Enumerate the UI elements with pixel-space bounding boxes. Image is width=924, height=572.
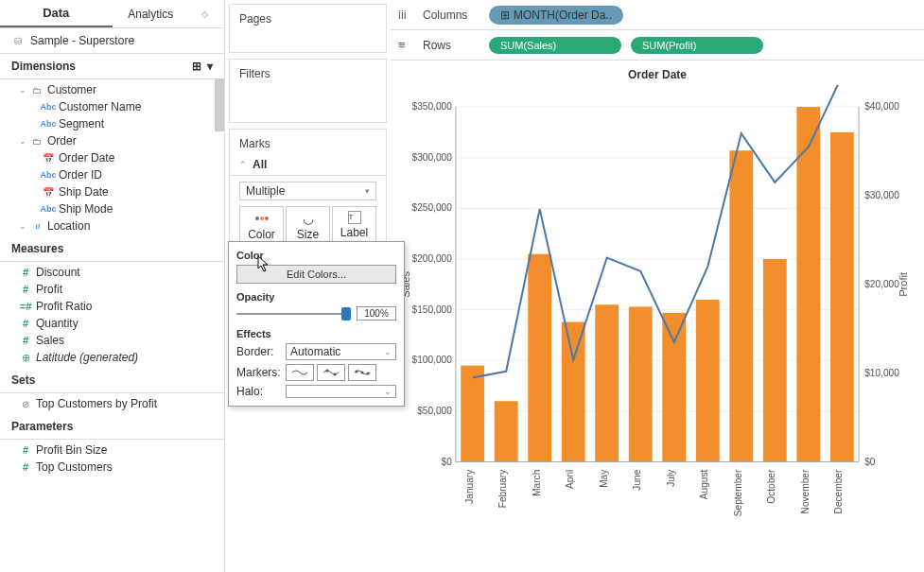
- view-grid-icon[interactable]: ⊞: [192, 60, 201, 73]
- pages-card[interactable]: Pages: [229, 4, 387, 53]
- svg-rect-29: [562, 322, 585, 462]
- field-ship-date[interactable]: 📅Ship Date: [0, 183, 224, 200]
- globe-icon: ⊕: [19, 351, 32, 364]
- string-icon: Abc: [42, 100, 55, 113]
- scrollbar-thumb[interactable]: [215, 78, 224, 131]
- svg-text:$40,000: $40,000: [864, 101, 899, 112]
- folder-order[interactable]: ⌄🗀Order: [0, 132, 224, 149]
- svg-text:November: November: [800, 469, 811, 513]
- svg-text:June: June: [632, 469, 642, 490]
- date-icon: 📅: [42, 151, 55, 165]
- field-profit[interactable]: #Profit: [0, 281, 224, 298]
- field-order-date[interactable]: 📅Order Date: [0, 149, 224, 166]
- marks-all-row[interactable]: ⌃All: [230, 154, 386, 176]
- size-icon: ◡: [303, 211, 314, 226]
- chart-viz: Order Date $0$50,000$100,000$150,000$200…: [391, 61, 924, 572]
- edit-colors-button[interactable]: Edit Colors...: [236, 265, 396, 284]
- field-ship-mode[interactable]: AbcShip Mode: [0, 200, 224, 217]
- datasource-row[interactable]: ⛁ Sample - Superstore: [0, 28, 224, 54]
- columns-shelf[interactable]: iii Columns ⊞MONTH(Order Da..: [391, 0, 924, 30]
- marks-card: Marks ⌃All Multiple▾ Color ◡Size TLabel …: [229, 129, 387, 254]
- field-order-id[interactable]: AbcOrder ID: [0, 166, 224, 183]
- svg-text:$20,000: $20,000: [864, 279, 899, 289]
- tab-data[interactable]: Data: [0, 0, 113, 27]
- folder-customer[interactable]: ⌄🗀Customer: [0, 81, 224, 98]
- columns-icon: iii: [398, 8, 413, 22]
- number-icon: =#: [19, 300, 32, 313]
- svg-text:$300,000: $300,000: [412, 152, 453, 163]
- set-top-customers[interactable]: ⊘Top Customers by Profit: [0, 395, 224, 412]
- svg-text:$10,000: $10,000: [864, 368, 899, 378]
- chevron-down-icon: ⌃: [239, 160, 247, 169]
- field-profit-ratio[interactable]: =#Profit Ratio: [0, 298, 224, 315]
- string-icon: Abc: [42, 168, 55, 182]
- svg-point-2: [356, 371, 358, 373]
- svg-text:October: October: [766, 469, 776, 504]
- svg-rect-27: [495, 401, 518, 461]
- chart-title: Order Date: [398, 68, 916, 81]
- marks-label-button[interactable]: TLabel: [332, 206, 376, 246]
- field-discount[interactable]: #Discount: [0, 264, 224, 281]
- svg-text:$200,000: $200,000: [412, 253, 453, 264]
- datasource-icon: ⛁: [11, 34, 25, 47]
- number-icon: #: [19, 460, 32, 474]
- svg-rect-26: [461, 366, 484, 462]
- opacity-slider[interactable]: [236, 313, 351, 315]
- parameters-header: Parameters: [0, 414, 224, 440]
- svg-rect-28: [528, 254, 551, 462]
- field-quantity[interactable]: #Quantity: [0, 315, 224, 332]
- marks-color-button[interactable]: Color: [239, 206, 284, 246]
- marks-size-button[interactable]: ◡Size: [286, 206, 330, 246]
- field-latitude[interactable]: ⊕Latitude (generated): [0, 349, 224, 366]
- param-top-customers[interactable]: #Top Customers: [0, 459, 224, 476]
- svg-rect-31: [629, 306, 653, 461]
- svg-text:July: July: [666, 469, 676, 487]
- pill-month-order-date[interactable]: ⊞MONTH(Order Da..: [489, 6, 623, 25]
- field-customer-name[interactable]: AbcCustomer Name: [0, 98, 224, 115]
- svg-rect-33: [696, 300, 720, 462]
- number-icon: #: [19, 317, 32, 330]
- svg-text:$150,000: $150,000: [412, 304, 453, 315]
- search-icon[interactable]: ▾: [207, 60, 213, 73]
- border-select[interactable]: Automatic⌄: [286, 343, 396, 360]
- halo-select[interactable]: ⌄: [286, 385, 396, 398]
- folder-icon: 🗀: [30, 83, 44, 96]
- pill-sum-sales[interactable]: SUM(Sales): [489, 37, 621, 54]
- number-icon: #: [19, 443, 32, 457]
- opacity-value[interactable]: 100%: [357, 306, 396, 321]
- svg-text:$0: $0: [442, 457, 453, 467]
- svg-text:$0: $0: [864, 457, 876, 467]
- svg-rect-34: [729, 150, 753, 461]
- svg-rect-36: [796, 107, 820, 461]
- field-sales[interactable]: #Sales: [0, 332, 224, 349]
- folder-icon: 🗀: [30, 134, 44, 147]
- hierarchy-icon: ፀ: [30, 219, 44, 233]
- svg-text:May: May: [599, 469, 609, 488]
- svg-text:December: December: [833, 469, 844, 513]
- markers-auto-button[interactable]: [317, 364, 345, 381]
- markers-all-button[interactable]: [348, 364, 376, 381]
- sets-header: Sets: [0, 368, 224, 393]
- datasource-name: Sample - Superstore: [30, 34, 134, 47]
- svg-text:Profit: Profit: [898, 271, 909, 297]
- chart-canvas[interactable]: $0$50,000$100,000$150,000$200,000$250,00…: [398, 85, 916, 570]
- mark-type-dropdown[interactable]: Multiple▾: [239, 182, 376, 200]
- filters-card[interactable]: Filters: [229, 59, 387, 123]
- svg-rect-30: [595, 304, 619, 461]
- tab-analytics[interactable]: Analytics ◇: [113, 0, 225, 27]
- date-icon: 📅: [42, 185, 55, 199]
- plus-icon: ⊞: [500, 9, 510, 22]
- number-icon: #: [19, 266, 32, 279]
- folder-location[interactable]: ⌄ፀLocation: [0, 217, 224, 234]
- rows-icon: ≡: [398, 38, 413, 52]
- svg-point-0: [326, 370, 329, 373]
- param-profit-bin[interactable]: #Profit Bin Size: [0, 442, 224, 459]
- markers-none-button[interactable]: [286, 364, 314, 381]
- pill-sum-profit[interactable]: SUM(Profit): [631, 37, 763, 54]
- slider-handle[interactable]: [341, 307, 351, 321]
- string-icon: Abc: [42, 117, 55, 130]
- color-popup: Color Edit Colors... Opacity 100% Effect…: [228, 241, 405, 407]
- rows-shelf[interactable]: ≡ Rows SUM(Sales) SUM(Profit): [391, 30, 924, 61]
- field-segment[interactable]: AbcSegment: [0, 115, 224, 132]
- svg-text:$250,000: $250,000: [412, 202, 453, 213]
